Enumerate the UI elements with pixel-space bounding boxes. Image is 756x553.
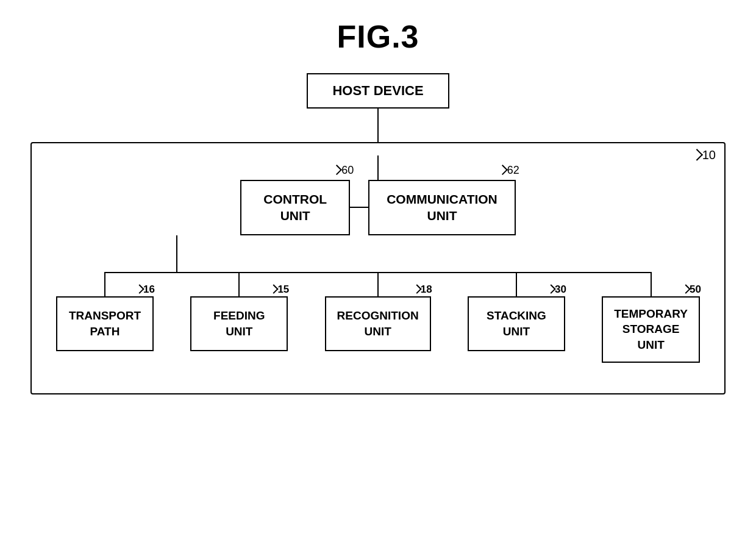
temp-storage-box: 50 TEMPORARYSTORAGEUNIT [602,296,700,363]
figure-title: FIG.3 [337,18,419,55]
recognition-unit-label: RECOGNITIONUNIT [337,308,419,339]
entry-line [377,155,379,180]
diagram-wrapper: FIG.3 HOST DEVICE 10 60 CONTROLUNIT 62 [0,18,756,394]
control-to-dist-line [176,235,177,272]
recognition-unit-box: 18 RECOGNITIONUNIT [325,296,431,351]
transport-path-wrapper: 16 TRANSPORTPATH [56,272,154,351]
control-unit-label: CONTROLUNIT [263,192,327,223]
communication-unit-label: COMMUNICATIONUNIT [387,192,497,223]
comm-ref-label: 62 [498,164,519,177]
stacking-unit-line [516,272,517,296]
transport-path-line [104,272,105,296]
recognition-unit-wrapper: 18 RECOGNITIONUNIT [325,272,431,351]
feeding-unit-line [238,272,240,296]
stacking-unit-label: STACKINGUNIT [487,308,546,339]
temp-storage-wrapper: 50 TEMPORARYSTORAGEUNIT [602,272,700,363]
temp-storage-line [651,272,652,296]
recognition-unit-line [377,272,379,296]
control-ref-label: 60 [332,164,354,177]
stacking-ref: 30 [547,283,566,297]
feeding-ref: 15 [269,283,289,297]
temp-storage-ref: 50 [682,283,701,297]
feeding-unit-box: 15 FEEDINGUNIT [190,296,288,351]
control-comm-row: 60 CONTROLUNIT 62 COMMUNICATIONUNIT [56,180,700,235]
stacking-unit-wrapper: 30 STACKINGUNIT [468,272,565,351]
stacking-unit-box: 30 STACKINGUNIT [468,296,565,351]
recognition-ref: 18 [413,283,432,297]
line-host-to-main [377,109,379,142]
distribution-line-container: 16 TRANSPORTPATH 15 FEEDINGUNIT [56,272,700,363]
communication-unit-box: COMMUNICATIONUNIT [368,180,516,235]
main-ref-label: 10 [691,148,716,162]
transport-path-box: 16 TRANSPORTPATH [56,296,154,351]
transport-ref: 16 [135,283,155,297]
control-unit-box: CONTROLUNIT [240,180,350,235]
host-device-box: HOST DEVICE [307,73,449,109]
feeding-unit-label: FEEDINGUNIT [213,308,265,339]
temp-storage-label: TEMPORARYSTORAGEUNIT [614,306,688,353]
transport-path-label: TRANSPORTPATH [69,308,141,339]
horizontal-connector [350,207,368,208]
host-device-label: HOST DEVICE [332,83,423,98]
main-system-box: 10 60 CONTROLUNIT 62 COMMUNICATIONUNIT [30,142,726,394]
feeding-unit-wrapper: 15 FEEDINGUNIT [190,272,288,351]
